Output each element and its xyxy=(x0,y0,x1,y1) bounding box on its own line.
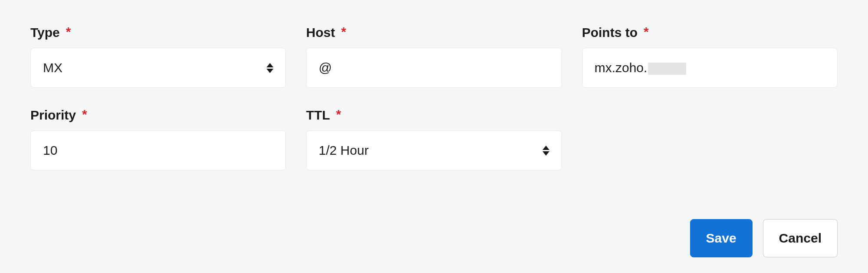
cancel-button[interactable]: Cancel xyxy=(763,219,838,257)
ttl-select[interactable]: 1/2 Hour xyxy=(306,130,562,170)
svg-marker-1 xyxy=(266,69,273,73)
svg-marker-0 xyxy=(266,63,273,67)
redacted-segment xyxy=(648,63,686,75)
label-priority: Priority * xyxy=(30,108,286,123)
label-points-to: Points to * xyxy=(582,25,838,40)
button-row: Save Cancel xyxy=(0,219,868,257)
save-button[interactable]: Save xyxy=(690,219,753,257)
label-points-to-text: Points to xyxy=(582,25,638,40)
required-star: * xyxy=(336,107,341,122)
label-ttl: TTL * xyxy=(306,108,562,123)
label-ttl-text: TTL xyxy=(306,108,330,123)
svg-marker-3 xyxy=(542,151,549,156)
dns-record-form: Type * MX Host * @ Points to xyxy=(0,0,868,188)
required-star: * xyxy=(66,24,71,39)
host-input[interactable]: @ xyxy=(306,48,562,88)
field-type: Type * MX xyxy=(30,25,286,88)
field-host: Host * @ xyxy=(306,25,562,88)
updown-caret-icon xyxy=(266,63,273,73)
required-star: * xyxy=(644,24,649,39)
required-star: * xyxy=(341,24,346,39)
svg-marker-2 xyxy=(542,146,549,150)
label-host: Host * xyxy=(306,25,562,40)
label-type: Type * xyxy=(30,25,286,40)
field-points-to: Points to * mx.zoho. xyxy=(582,25,838,88)
points-to-visible-text: mx.zoho. xyxy=(595,60,648,75)
form-row-2: Priority * 10 TTL * 1/2 Hour xyxy=(30,108,838,170)
field-priority: Priority * 10 xyxy=(30,108,286,170)
points-to-input-value: mx.zoho. xyxy=(595,60,825,75)
updown-caret-icon xyxy=(542,146,549,156)
ttl-select-value: 1/2 Hour xyxy=(319,143,535,158)
points-to-input[interactable]: mx.zoho. xyxy=(582,48,838,88)
host-input-value: @ xyxy=(319,60,549,75)
label-type-text: Type xyxy=(30,25,60,40)
priority-input[interactable]: 10 xyxy=(30,130,286,170)
type-select[interactable]: MX xyxy=(30,48,286,88)
type-select-value: MX xyxy=(43,60,260,75)
form-row-1: Type * MX Host * @ Points to xyxy=(30,25,838,88)
required-star: * xyxy=(82,107,87,122)
field-ttl: TTL * 1/2 Hour xyxy=(306,108,562,170)
priority-input-value: 10 xyxy=(43,143,273,158)
label-priority-text: Priority xyxy=(30,108,76,123)
label-host-text: Host xyxy=(306,25,335,40)
